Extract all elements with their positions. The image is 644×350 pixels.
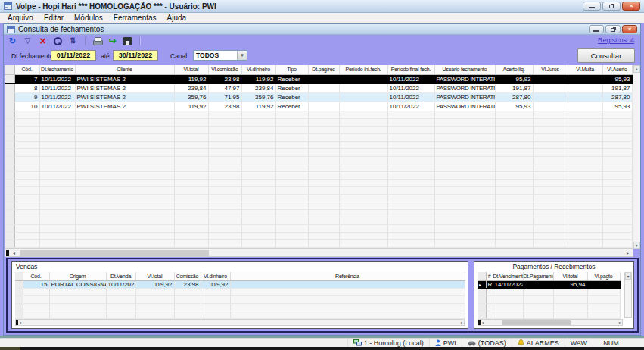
empty-row bbox=[5, 209, 632, 217]
column-header[interactable]: Vl.dinheiro bbox=[201, 272, 230, 280]
column-header[interactable]: Vl.comissão bbox=[208, 65, 241, 74]
column-header[interactable]: Dt.fechamento bbox=[39, 65, 75, 74]
table-row[interactable]: ▸ R14/11/2022 95,94 bbox=[478, 280, 620, 288]
row-selector[interactable] bbox=[5, 92, 14, 102]
row-selector[interactable] bbox=[5, 102, 14, 111]
column-header[interactable]: Acerto liq. bbox=[495, 65, 533, 74]
scrollbar-thumb[interactable] bbox=[20, 250, 209, 256]
scroll-right-icon[interactable]: ▸ bbox=[461, 320, 463, 325]
empty-row bbox=[5, 148, 632, 156]
scroll-right-icon[interactable]: ▸ bbox=[624, 249, 632, 256]
column-header[interactable]: Período ini.fech. bbox=[339, 65, 387, 74]
canal-select[interactable]: TODOS ▾ bbox=[193, 50, 247, 61]
column-header[interactable]: Dt.pag/rec bbox=[308, 65, 339, 74]
status-environment: 1 - Homolog (Local) bbox=[347, 339, 429, 347]
column-header[interactable]: Vl.dinheiro bbox=[241, 65, 275, 74]
table-row[interactable]: 810/11/2022PWI SISTEMAS 2 239,8447,97239… bbox=[5, 83, 632, 92]
row-selector[interactable]: ▸ bbox=[478, 280, 486, 288]
print-icon[interactable] bbox=[92, 36, 102, 46]
child-restore-button[interactable] bbox=[605, 25, 621, 33]
column-header[interactable]: # bbox=[486, 272, 493, 280]
scroll-left-icon[interactable]: ◂ bbox=[481, 320, 484, 325]
menu-bar: Arquivo Editar Módulos Ferramentas Ajuda bbox=[0, 13, 644, 23]
date-from-input[interactable] bbox=[51, 50, 96, 61]
pagamentos-vertical-scrollbar[interactable]: ▴ ▾ bbox=[624, 272, 632, 318]
sort-icon[interactable] bbox=[68, 36, 78, 46]
registros-link[interactable]: Registros: 4 bbox=[598, 36, 634, 44]
table-row[interactable]: 1010/11/2022PWI SISTEMAS 2 119,9223,9811… bbox=[5, 102, 632, 111]
column-header[interactable]: Vl.total bbox=[174, 65, 208, 74]
column-header[interactable]: Vl.total bbox=[135, 272, 174, 280]
row-selector[interactable] bbox=[5, 83, 14, 92]
table-row[interactable]: 910/11/2022PWI SISTEMAS 2 359,7671,95359… bbox=[5, 92, 632, 102]
status-waw: WAW bbox=[565, 339, 593, 347]
column-header[interactable]: Vl.Juros bbox=[533, 65, 568, 74]
column-header[interactable]: Origem bbox=[49, 272, 106, 280]
row-selector[interactable] bbox=[5, 74, 14, 83]
menu-modulos[interactable]: Módulos bbox=[69, 14, 108, 22]
column-header[interactable]: Vl.Acerto bbox=[602, 65, 632, 74]
column-header[interactable]: Período final fech. bbox=[387, 65, 434, 74]
user-icon bbox=[435, 339, 441, 346]
scroll-up-icon[interactable]: ▴ bbox=[633, 65, 641, 73]
child-minimize-button[interactable] bbox=[589, 25, 604, 33]
pagamentos-horizontal-scrollbar[interactable]: ◂ ▸ bbox=[478, 319, 623, 326]
column-header[interactable]: Comissão bbox=[174, 272, 201, 280]
table-row[interactable]: 710/11/2022PWI SISTEMAS 2 119,9223,98119… bbox=[5, 74, 632, 83]
vertical-scrollbar[interactable]: ▴ ▾ bbox=[633, 65, 641, 248]
chevron-down-icon[interactable]: ▾ bbox=[237, 51, 247, 60]
menu-editar[interactable]: Editar bbox=[39, 14, 69, 22]
column-header[interactable]: Cód. bbox=[14, 65, 39, 74]
minimize-button[interactable] bbox=[583, 2, 601, 11]
empty-row bbox=[15, 303, 465, 311]
scroll-left-icon[interactable]: ◂ bbox=[19, 320, 21, 325]
close-button[interactable]: × bbox=[622, 2, 640, 11]
column-header[interactable]: Vl.total bbox=[553, 272, 587, 280]
menu-arquivo[interactable]: Arquivo bbox=[2, 14, 39, 22]
consultar-button[interactable]: Consultar bbox=[577, 48, 635, 63]
column-header[interactable]: Referência bbox=[230, 272, 465, 280]
column-header[interactable]: Tipo bbox=[275, 65, 308, 74]
toolbar-separator bbox=[139, 37, 140, 45]
scroll-right-icon[interactable]: ▸ bbox=[619, 320, 621, 325]
scroll-down-icon[interactable]: ▾ bbox=[633, 242, 641, 249]
child-titlebar: Consulta de fechamentos × bbox=[4, 24, 640, 35]
search-icon[interactable] bbox=[53, 36, 63, 46]
table-row[interactable]: 15PORTAL CONSIGNADO 10/11/2022119,92 23,… bbox=[15, 280, 465, 288]
empty-row bbox=[5, 111, 632, 118]
date-to-input[interactable] bbox=[113, 50, 158, 61]
child-close-button[interactable]: × bbox=[622, 25, 637, 33]
scrollbar-mark bbox=[6, 250, 9, 256]
row-selector[interactable] bbox=[15, 280, 23, 288]
restore-button[interactable] bbox=[602, 2, 621, 11]
save-icon[interactable] bbox=[123, 36, 132, 46]
column-header[interactable]: Cód. bbox=[23, 272, 49, 280]
column-header[interactable]: Dt.Pagamento bbox=[523, 272, 553, 280]
column-header[interactable]: Dt.Vencimento bbox=[493, 272, 523, 280]
vendas-horizontal-scrollbar[interactable]: ◂ ▸ bbox=[15, 319, 465, 326]
filter-icon[interactable] bbox=[23, 36, 33, 46]
empty-row bbox=[5, 179, 632, 186]
pagamentos-panel: Pagamentos / Recebimentos # Dt.Venciment… bbox=[474, 261, 634, 329]
column-header[interactable]: Usuário fechamento bbox=[434, 65, 495, 74]
empty-row bbox=[478, 295, 620, 303]
scroll-down-icon[interactable]: ▾ bbox=[625, 273, 631, 280]
header-row: Cód. Dt.fechamento Cliente Vl.total Vl.c… bbox=[5, 65, 632, 74]
network-icon bbox=[353, 339, 362, 346]
menu-ferramentas[interactable]: Ferramentas bbox=[108, 14, 162, 22]
column-header[interactable]: Vl.pagto bbox=[587, 272, 620, 280]
horizontal-scrollbar[interactable]: ◂ ▸ bbox=[5, 248, 633, 257]
scrollbar-mark bbox=[478, 320, 481, 325]
export-icon[interactable] bbox=[107, 36, 117, 46]
menu-ajuda[interactable]: Ajuda bbox=[162, 14, 192, 22]
column-header[interactable]: Dt.Venda bbox=[106, 272, 135, 280]
scrollbar-thumb[interactable] bbox=[502, 320, 571, 325]
empty-row bbox=[478, 311, 620, 318]
empty-row bbox=[5, 126, 632, 133]
scroll-left-icon[interactable]: ◂ bbox=[10, 249, 18, 256]
column-header[interactable]: Cliente bbox=[75, 65, 174, 74]
empty-row bbox=[5, 133, 632, 141]
delete-icon[interactable] bbox=[38, 36, 48, 46]
column-header[interactable]: Vl.Multa bbox=[568, 65, 602, 74]
refresh-icon[interactable] bbox=[8, 36, 17, 46]
